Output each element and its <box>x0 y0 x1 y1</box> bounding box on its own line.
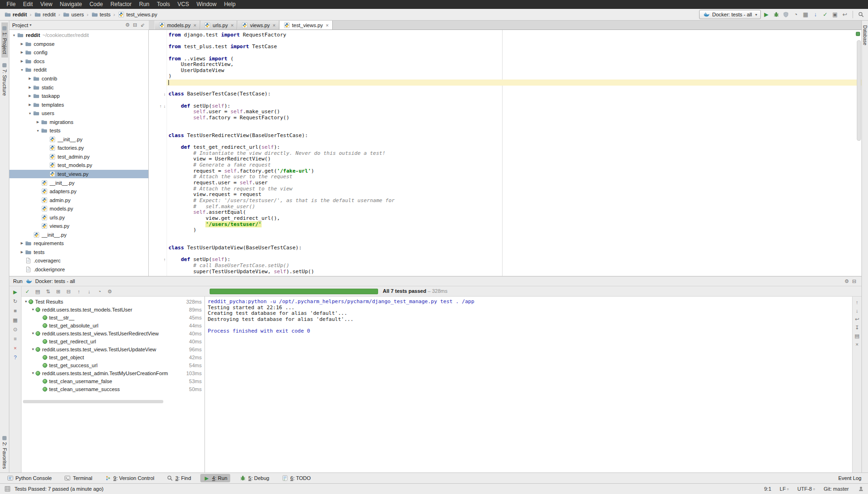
code-line-41[interactable]: super(TestUserUpdateView, self).setUp() <box>149 269 861 275</box>
tree-expanded-arrow[interactable]: ▼ <box>30 348 36 351</box>
overrides-marker-icon[interactable]: ↑ <box>164 257 166 262</box>
encoding-widget[interactable]: UTF-8 <box>797 486 815 492</box>
project-tree-item-requirements[interactable]: ▶requirements <box>9 239 148 248</box>
hide-panel-icon[interactable]: ⇙ <box>139 22 146 29</box>
recent-changes-button[interactable]: ↩ <box>840 10 849 19</box>
menu-refactor[interactable]: Refactor <box>107 0 135 9</box>
project-tree-item-adapters.py[interactable]: adapters.py <box>9 187 148 196</box>
toolwindow-stripe-database[interactable]: Database <box>862 22 868 48</box>
test-tree-item-test_clean_username_success[interactable]: test_clean_username_success50ms <box>22 385 204 393</box>
menu-window[interactable]: Window <box>193 0 220 9</box>
tree-collapsed-arrow[interactable]: ▶ <box>19 241 25 245</box>
test-history-icon[interactable]: ◔ <box>95 287 104 296</box>
test-tree-item-reddit.users.tests.test_models.TestUser[interactable]: ▼reddit.users.tests.test_models.TestUser… <box>22 305 204 313</box>
menu-file[interactable]: File <box>3 0 19 9</box>
pin-tab-icon[interactable]: ⊙ <box>11 325 20 334</box>
project-tree-item-test_admin.py[interactable]: test_admin.py <box>9 153 148 161</box>
caret-position-widget[interactable]: 9:1 <box>764 486 771 492</box>
menu-edit[interactable]: Edit <box>19 0 36 9</box>
test-tree-item-test_get_redirect_url[interactable]: test_get_redirect_url40ms <box>22 337 204 345</box>
menu-run[interactable]: Run <box>135 0 153 9</box>
run-console[interactable]: reddit_pycha:python -u /opt/.pycharm_hel… <box>205 297 852 472</box>
test-tree-item-reddit.users.tests.test_views.TestUserRedirectView[interactable]: ▼reddit.users.tests.test_views.TestUserR… <box>22 329 204 337</box>
project-tree-item-admin.py[interactable]: admin.py <box>9 196 148 204</box>
collapse-all-icon[interactable]: ⊟ <box>64 287 73 296</box>
code-line-29[interactable]: # Expect: '/users/testuser/', as that is… <box>149 198 861 204</box>
project-tree-item-.coveragerc[interactable]: .coveragerc <box>9 256 148 265</box>
breadcrumb-item-tests[interactable]: tests <box>90 11 112 18</box>
tree-expanded-arrow[interactable]: ▼ <box>35 129 41 132</box>
tab-close-icon[interactable]: × <box>231 22 233 28</box>
tree-expanded-arrow[interactable]: ▼ <box>30 371 36 375</box>
project-tree-item-reddit[interactable]: ▼reddit~/cookiecutter/reddit <box>9 31 148 40</box>
vcs-update-button[interactable]: ↓ <box>811 10 820 19</box>
scroll-to-trace-icon[interactable]: ≡ <box>11 334 20 343</box>
scroll-up-icon[interactable]: ↑ <box>853 298 861 306</box>
code-line-7[interactable]: UserUpdateView <box>149 68 861 74</box>
project-tree-item-static[interactable]: ▶static <box>9 83 148 92</box>
editor-scrollbar[interactable] <box>857 40 861 141</box>
tree-expanded-arrow[interactable]: ▼ <box>27 112 33 115</box>
code-line-30[interactable]: # self.make_user() <box>149 204 861 210</box>
stop-icon[interactable]: ■ <box>11 306 20 315</box>
project-tree-item-test_models.py[interactable]: test_models.py <box>9 161 148 170</box>
tree-collapsed-arrow[interactable]: ▶ <box>19 51 25 54</box>
tree-collapsed-arrow[interactable]: ▶ <box>27 86 33 89</box>
line-separator-widget[interactable]: LF <box>780 486 789 492</box>
soft-wrap-icon[interactable]: ↩ <box>853 315 861 323</box>
project-tree-item-config[interactable]: ▶config <box>9 48 148 57</box>
editor-tab-urls.py[interactable]: urls.py× <box>200 21 238 29</box>
test-tree-item-test_get_object[interactable]: test_get_object42ms <box>22 353 204 361</box>
menu-help[interactable]: Help <box>220 0 240 9</box>
debug-button[interactable] <box>772 10 780 19</box>
tab-close-icon[interactable]: × <box>326 22 328 28</box>
settings-gear-icon[interactable]: ⚙ <box>843 278 850 284</box>
project-tree-item-contrib[interactable]: ▶contrib <box>9 74 148 83</box>
toolwindow-button-find[interactable]: 3: Find <box>164 474 194 482</box>
tree-collapsed-arrow[interactable]: ▶ <box>27 94 33 98</box>
toolwindow-button-terminal[interactable]: Terminal <box>61 474 95 482</box>
overridden-marker-icon[interactable]: ↓ <box>164 92 166 96</box>
project-tree-item-models.py[interactable]: models.py <box>9 204 148 213</box>
run-with-coverage-button[interactable] <box>781 10 790 19</box>
scroll-to-end-icon[interactable]: ↧ <box>853 324 861 331</box>
project-tree-item-urls.py[interactable]: urls.py <box>9 213 148 222</box>
code-line-32[interactable]: view.get_redirect_url(), <box>149 216 861 222</box>
tab-close-icon[interactable]: × <box>193 22 196 28</box>
menu-navigate[interactable]: Navigate <box>56 0 86 9</box>
code-line-12[interactable] <box>149 97 861 103</box>
project-tree-item-__init__.py[interactable]: __init__.py <box>9 231 148 240</box>
search-everywhere-icon[interactable] <box>856 10 865 19</box>
rerun-tests-icon[interactable]: ▶ <box>11 288 20 297</box>
menu-vcs[interactable]: VCS <box>174 0 193 9</box>
test-tree-item-reddit.users.tests.test_views.TestUserUpdateView[interactable]: ▼reddit.users.tests.test_views.TestUserU… <box>22 345 204 353</box>
project-tree-item-users[interactable]: ▼users <box>9 109 148 118</box>
code-line-3[interactable]: from test_plus.test import TestCase <box>149 44 861 50</box>
editor-tab-models.py[interactable]: models.py× <box>154 21 200 29</box>
scroll-down-icon[interactable]: ↓ <box>853 307 861 314</box>
code-line-35[interactable] <box>149 233 861 240</box>
run-config-select[interactable]: Docker: tests - all ▾ <box>699 10 761 19</box>
show-ignored-icon[interactable]: ▤ <box>33 287 43 296</box>
code-editor[interactable]: from django.test import RequestFactoryfr… <box>149 30 861 276</box>
code-line-16[interactable] <box>149 121 861 127</box>
test-tree-item-TestResults[interactable]: ▼Test Results328ms <box>22 298 204 305</box>
project-tree-item-taskapp[interactable]: ▶taskapp <box>9 92 148 101</box>
code-line-15[interactable]: self.factory = RequestFactory() <box>149 115 861 121</box>
print-icon[interactable]: ▤ <box>853 332 861 340</box>
project-tree-item-templates[interactable]: ▶templates <box>9 100 148 109</box>
project-panel-title[interactable]: Project <box>12 22 28 28</box>
project-tree-item-test_views.py[interactable]: test_views.py <box>9 170 148 179</box>
tree-collapsed-arrow[interactable]: ▶ <box>19 59 25 63</box>
expand-all-icon[interactable]: ⊞ <box>53 287 63 296</box>
hide-panel-icon[interactable]: ⊟ <box>851 278 858 284</box>
project-tree-item-migrations[interactable]: ▶migrations <box>9 117 148 126</box>
concurrency-diagram-button[interactable]: ▦ <box>801 10 810 19</box>
toolwindow-button-todo[interactable]: 6: TODO <box>278 474 314 482</box>
project-tree-item-tests[interactable]: ▼tests <box>9 126 148 135</box>
project-tree-item-reddit[interactable]: ▼reddit <box>9 65 148 74</box>
code-line-33[interactable]: '/users/testuser/' <box>149 222 861 228</box>
close-icon[interactable]: × <box>11 344 20 353</box>
restore-layout-icon[interactable]: ▦ <box>11 316 20 325</box>
tree-collapsed-arrow[interactable]: ▶ <box>27 77 33 80</box>
